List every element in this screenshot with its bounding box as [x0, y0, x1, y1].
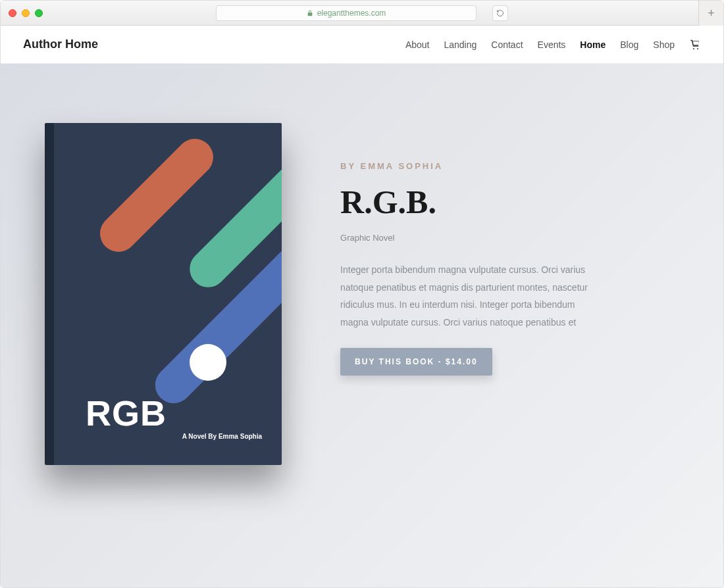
maximize-window-button[interactable] [35, 9, 43, 17]
buy-button[interactable]: BUY THIS BOOK - $14.00 [340, 348, 492, 376]
byline: BY EMMA SOPHIA [340, 161, 664, 171]
minimize-window-button[interactable] [22, 9, 30, 17]
cover-stripe-orange [92, 131, 220, 259]
lock-icon [307, 10, 313, 16]
reload-button[interactable] [492, 5, 508, 21]
book-cover: RGB A Novel By Emma Sophia [45, 123, 282, 465]
close-window-button[interactable] [9, 9, 16, 17]
nav-landing[interactable]: Landing [444, 39, 477, 50]
hero-text-column: BY EMMA SOPHIA R.G.B. Graphic Novel Inte… [326, 64, 723, 587]
window-controls [9, 9, 43, 17]
address-bar[interactable]: elegantthemes.com [216, 5, 477, 21]
site-header: Author Home About Landing Contact Events… [1, 26, 723, 64]
nav-about[interactable]: About [405, 39, 430, 50]
nav-home[interactable]: Home [580, 39, 606, 50]
site-logo[interactable]: Author Home [23, 37, 98, 51]
book-cover-title: RGB [86, 393, 167, 433]
book-face: RGB A Novel By Emma Sophia [54, 123, 282, 465]
book-description: Integer porta bibendum magna vulputate c… [340, 261, 604, 331]
nav-shop[interactable]: Shop [653, 39, 675, 50]
hero-section: RGB A Novel By Emma Sophia BY EMMA SOPHI… [1, 64, 723, 587]
cart-icon[interactable] [689, 39, 701, 50]
browser-window: elegantthemes.com + Author Home About La… [0, 0, 724, 588]
browser-chrome-bar: elegantthemes.com + [1, 1, 723, 26]
cover-dot [190, 344, 226, 381]
url-text: elegantthemes.com [317, 9, 386, 18]
book-cover-subtitle: A Novel By Emma Sophia [182, 433, 262, 440]
hero-book-column: RGB A Novel By Emma Sophia [1, 64, 326, 587]
address-bar-group: elegantthemes.com [216, 5, 508, 21]
book-spine [45, 123, 54, 465]
new-tab-button[interactable]: + [698, 1, 723, 26]
nav-contact[interactable]: Contact [491, 39, 523, 50]
nav-blog[interactable]: Blog [620, 39, 638, 50]
primary-nav: About Landing Contact Events Home Blog S… [405, 39, 701, 50]
book-title-heading: R.G.B. [340, 183, 664, 221]
nav-events[interactable]: Events [538, 39, 566, 50]
book-subtype: Graphic Novel [340, 233, 664, 243]
